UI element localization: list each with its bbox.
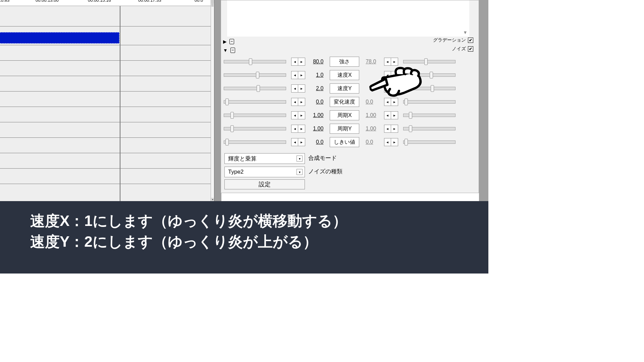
param-value-left[interactable]: 1.00	[307, 126, 323, 132]
caption-line1: 速度X：1にします（ゆっくり炎が横移動する）	[30, 210, 468, 231]
param-value-right[interactable]: 1.00	[366, 126, 382, 132]
chevron-left-icon[interactable]: ◂	[384, 138, 391, 146]
param-stepper-right[interactable]: ◂▸	[384, 138, 398, 146]
effect-checkbox[interactable]: ✔	[468, 38, 473, 43]
chevron-right-icon[interactable]: ▸	[298, 125, 305, 132]
noise-type-select[interactable]: Type2 ▾	[224, 167, 305, 177]
chevron-down-icon: ▼	[223, 48, 228, 53]
blend-mode-select[interactable]: 輝度と乗算 ▾	[224, 153, 305, 164]
param-value-right[interactable]: 0.0	[366, 139, 382, 145]
param-value-right[interactable]: 78.0	[366, 59, 382, 65]
param-slider-right[interactable]	[403, 140, 455, 144]
param-slider-right[interactable]	[403, 127, 455, 130]
zoom-icon	[229, 39, 234, 44]
ruler-tick: 00:00:15.16	[88, 0, 111, 3]
effect-noise-toggle[interactable]: ▼ ノイズ ✔	[222, 46, 476, 55]
param-label-button[interactable]: 周期Y	[330, 124, 359, 134]
chevron-right-icon[interactable]: ▸	[298, 85, 305, 92]
effect-checkbox[interactable]: ✔	[468, 46, 473, 52]
chevron-left-icon[interactable]: ◂	[291, 138, 299, 146]
effect-name-label: グラデーション	[433, 37, 466, 43]
param-slider-right[interactable]	[403, 114, 455, 117]
param-stepper-left[interactable]: ◂▸	[291, 125, 305, 133]
select-label: 合成モード	[308, 154, 337, 162]
param-value-left[interactable]: 2.0	[307, 85, 323, 92]
chevron-left-icon[interactable]: ◂	[291, 98, 299, 106]
panel-gap	[215, 0, 221, 201]
chevron-right-icon[interactable]: ▸	[298, 98, 305, 106]
param-slider-left[interactable]	[224, 127, 286, 130]
time-ruler[interactable]: :10.83 00:00:13.00 00:00:15.16 00:00:17.…	[0, 0, 211, 6]
param-stepper-left[interactable]: ◂▸	[291, 58, 305, 66]
chevron-right-icon[interactable]: ▸	[298, 112, 305, 119]
timeline-vscroll[interactable]: ▴ ▾	[211, 0, 214, 201]
chevron-left-icon[interactable]: ◂	[291, 125, 299, 132]
chevron-left-icon[interactable]: ◂	[291, 71, 299, 79]
playhead[interactable]	[120, 6, 120, 201]
param-label-button[interactable]: 速度X	[330, 70, 359, 80]
param-value-left[interactable]: 1.0	[307, 72, 323, 78]
chevron-right-icon[interactable]: ▸	[391, 138, 398, 146]
effect-name-label: ノイズ	[452, 46, 466, 52]
chevron-right-icon[interactable]: ▸	[391, 112, 398, 119]
chevron-left-icon[interactable]: ◂	[384, 112, 391, 119]
param-slider-left[interactable]	[224, 140, 286, 144]
ruler-tick: 00:0	[195, 0, 203, 3]
ruler-tick: :10.83	[0, 0, 9, 3]
caption-line2: 速度Y：2にします（ゆっくり炎が上がる）	[30, 231, 468, 252]
param-slider-left[interactable]	[224, 114, 286, 117]
ruler-tick: 00:00:17.33	[138, 0, 161, 3]
param-value-left[interactable]: 80.0	[307, 59, 323, 65]
select-value: Type2	[228, 169, 244, 175]
param-stepper-left[interactable]: ◂▸	[291, 84, 305, 93]
param-stepper-right[interactable]: ◂▸	[384, 111, 398, 119]
chevron-right-icon[interactable]: ▸	[298, 138, 305, 146]
param-stepper-right[interactable]: ◂▸	[384, 125, 398, 133]
param-value-left[interactable]: 0.0	[307, 99, 323, 105]
chevron-down-icon: ▾	[297, 169, 303, 175]
timeline-panel: :10.83 00:00:13.00 00:00:15.16 00:00:17.…	[0, 0, 215, 201]
param-label-button[interactable]: しきい値	[330, 137, 359, 147]
track-area[interactable]	[0, 6, 211, 201]
right-gray-strip	[479, 0, 488, 201]
param-slider-left[interactable]	[224, 73, 286, 77]
param-label-button[interactable]: 速度Y	[330, 83, 359, 94]
param-stepper-left[interactable]: ◂▸	[291, 71, 305, 79]
zoom-icon	[230, 48, 235, 53]
preview-area	[227, 0, 469, 37]
param-value-right[interactable]: 1.00	[366, 112, 382, 118]
chevron-right-icon[interactable]: ▸	[298, 58, 305, 65]
param-slider-left[interactable]	[224, 87, 286, 90]
chevron-right-icon: ▶	[223, 39, 227, 44]
tutorial-caption: 速度X：1にします（ゆっくり炎が横移動する） 速度Y：2にします（ゆっくり炎が上…	[0, 201, 488, 274]
param-stepper-left[interactable]: ◂▸	[291, 98, 305, 106]
chevron-right-icon[interactable]: ▸	[391, 125, 398, 132]
chevron-left-icon[interactable]: ◂	[291, 58, 299, 65]
chevron-left-icon[interactable]: ◂	[291, 85, 299, 92]
chevron-right-icon[interactable]: ▸	[298, 71, 305, 79]
select-label: ノイズの種類	[308, 168, 342, 175]
chevron-left-icon[interactable]: ◂	[291, 112, 299, 119]
effect-gradient-toggle[interactable]: ▶ グラデーション ✔	[222, 37, 476, 46]
settings-button[interactable]: 設定	[224, 179, 305, 189]
param-slider-right[interactable]	[403, 100, 455, 104]
param-slider-left[interactable]	[224, 100, 286, 104]
param-stepper-left[interactable]: ◂▸	[291, 138, 305, 146]
select-value: 輝度と乗算	[228, 155, 257, 163]
param-stepper-left[interactable]: ◂▸	[291, 111, 305, 119]
ruler-tick: 00:00:13.00	[36, 0, 59, 3]
parameter-panel: ▾ ▶ グラデーション ✔ ▼ ノイズ ✔ ◂▸ 80.0 強さ 78.0 ◂▸	[221, 0, 479, 193]
param-label-button[interactable]: 周期X	[330, 110, 359, 120]
chevron-left-icon[interactable]: ◂	[384, 125, 391, 132]
param-label-button[interactable]: 強さ	[330, 57, 359, 67]
timeline-clip[interactable]	[0, 32, 119, 44]
param-value-left[interactable]: 1.00	[307, 112, 323, 118]
param-value-left[interactable]: 0.0	[307, 139, 323, 145]
scroll-thumb[interactable]	[211, 0, 214, 7]
param-label-button[interactable]: 変化速度	[330, 97, 359, 107]
param-slider-left[interactable]	[224, 60, 286, 63]
chevron-down-icon[interactable]: ▾	[464, 29, 469, 35]
scroll-down-icon[interactable]: ▾	[211, 198, 214, 201]
chevron-down-icon: ▾	[297, 156, 303, 162]
